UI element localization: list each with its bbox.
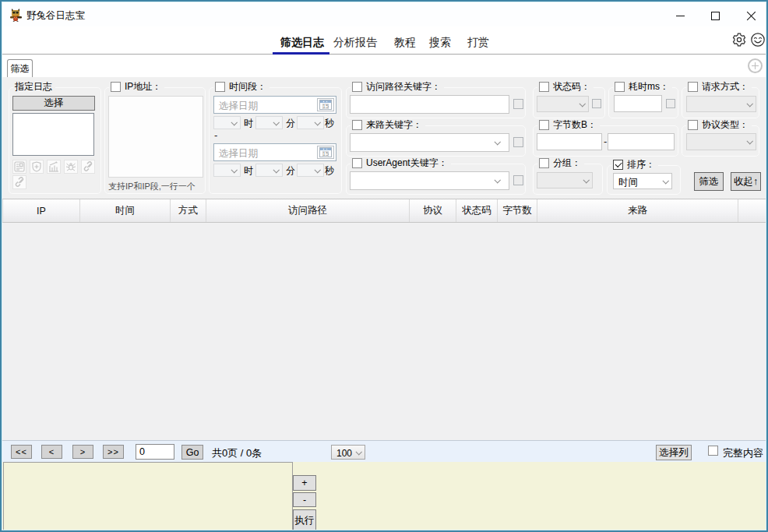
prev-page-button[interactable]: < xyxy=(41,445,62,459)
select-columns-label: 选择列 xyxy=(659,446,689,460)
go-button[interactable]: Go xyxy=(181,445,203,460)
execute-button[interactable]: 执行 xyxy=(293,509,316,531)
start-second-label: 秒 xyxy=(325,118,334,129)
path-keyword-input[interactable] xyxy=(350,95,509,114)
grouping-checkbox[interactable] xyxy=(539,158,549,168)
column-header-time[interactable]: 时间 xyxy=(80,199,171,222)
column-header-method[interactable]: 方式 xyxy=(171,199,206,222)
group-referer-keyword: 来路关键字： xyxy=(346,125,526,157)
chevron-down-icon xyxy=(494,177,500,183)
link2-icon[interactable] xyxy=(12,175,26,189)
start-hour-select[interactable] xyxy=(213,116,241,129)
column-header-path[interactable]: 访问路径 xyxy=(206,199,410,222)
request-method-combo[interactable] xyxy=(686,96,756,112)
column-header-status[interactable]: 状态码 xyxy=(456,199,498,222)
filter-page-tab[interactable]: 筛选 xyxy=(7,59,33,77)
column-header-protocol[interactable]: 协议 xyxy=(410,199,456,222)
end-second-select[interactable] xyxy=(297,164,324,177)
minimize-button[interactable] xyxy=(668,6,692,25)
start-second-select[interactable] xyxy=(297,116,324,129)
ip-checkbox[interactable] xyxy=(111,82,121,92)
elapsed-ms-input[interactable] xyxy=(614,95,662,112)
referer-keyword-label: 来路关键字： xyxy=(366,119,422,130)
chart-icon[interactable] xyxy=(47,160,61,174)
grid-body[interactable] xyxy=(2,223,766,440)
spider-icon[interactable] xyxy=(64,160,78,174)
useragent-keyword-option-checkbox[interactable] xyxy=(513,175,523,185)
shield-plus-icon[interactable] xyxy=(30,160,44,174)
select-log-button[interactable]: 选择 xyxy=(12,96,95,111)
nav-tabbar: 筛选日志 分析报告 教程 搜索 打赏 xyxy=(2,26,766,55)
group-bytes: 字节数B： - xyxy=(533,125,678,157)
ip-label: IP地址： xyxy=(125,81,161,92)
start-minute-select[interactable] xyxy=(255,116,283,129)
sort-checkbox[interactable] xyxy=(613,160,623,170)
start-hour-label: 时 xyxy=(244,118,253,129)
end-hour-select[interactable] xyxy=(213,164,241,177)
sort-combo[interactable]: 时间 xyxy=(613,173,672,189)
filter-button[interactable]: 筛选 xyxy=(694,172,724,191)
column-header-bytes[interactable]: 字节数 xyxy=(498,199,537,222)
ip-textarea[interactable] xyxy=(108,96,203,178)
bytes-min-input[interactable] xyxy=(537,133,602,150)
last-page-button[interactable]: >> xyxy=(103,445,124,459)
maximize-button[interactable] xyxy=(703,6,727,25)
bytes-separator: - xyxy=(604,136,607,147)
status-code-checkbox[interactable] xyxy=(539,82,549,92)
start-date-input[interactable]: 选择日期 15 xyxy=(213,96,336,114)
useragent-keyword-checkbox[interactable] xyxy=(352,158,362,168)
end-date-calendar-icon[interactable]: 15 xyxy=(317,146,334,159)
bytes-max-input[interactable] xyxy=(608,133,675,150)
path-keyword-label: 访问路径关键字： xyxy=(366,81,441,92)
tab-tutorial[interactable]: 教程 xyxy=(394,34,416,50)
request-method-checkbox[interactable] xyxy=(688,82,698,92)
select-columns-button[interactable]: 选择列 xyxy=(656,445,692,460)
referer-keyword-combo[interactable] xyxy=(350,133,509,152)
add-tab-icon[interactable] xyxy=(748,58,763,73)
useragent-keyword-combo[interactable] xyxy=(350,171,509,190)
chevron-down-icon xyxy=(355,449,361,455)
first-page-button[interactable]: << xyxy=(11,445,32,459)
minus-button-label: - xyxy=(303,495,306,506)
column-header-referer[interactable]: 来路 xyxy=(537,199,738,222)
elapsed-ms-option-checkbox[interactable] xyxy=(666,99,675,108)
referer-keyword-option-checkbox[interactable] xyxy=(513,137,523,147)
settings-gear-icon[interactable] xyxy=(731,32,747,48)
bytes-checkbox[interactable] xyxy=(539,120,549,130)
tab-filter-log[interactable]: 筛选日志 xyxy=(280,34,324,50)
referer-keyword-checkbox[interactable] xyxy=(352,120,362,130)
collapse-button[interactable]: 收起↑ xyxy=(731,172,761,191)
chevron-down-icon xyxy=(746,138,752,144)
minus-button[interactable]: - xyxy=(293,492,316,507)
status-code-combo[interactable] xyxy=(537,96,589,112)
log-form-icon[interactable] xyxy=(12,160,26,174)
grouping-combo[interactable] xyxy=(537,172,593,188)
time-range-checkbox[interactable] xyxy=(215,82,225,92)
next-page-button[interactable]: > xyxy=(72,445,93,459)
page-number-input[interactable] xyxy=(136,444,174,460)
chevron-down-icon xyxy=(579,100,585,107)
bottom-list-box[interactable] xyxy=(3,462,293,532)
log-list[interactable] xyxy=(12,113,94,156)
end-date-input[interactable]: 选择日期 15 xyxy=(213,143,336,161)
protocol-combo[interactable] xyxy=(686,133,756,150)
tab-donate[interactable]: 打赏 xyxy=(467,34,489,50)
column-header-ip[interactable]: IP xyxy=(3,199,80,222)
protocol-checkbox[interactable] xyxy=(688,120,698,130)
path-keyword-option-checkbox[interactable] xyxy=(513,99,523,109)
bottom-panel: + - 执行 xyxy=(2,462,766,532)
page-size-combo[interactable]: 100 xyxy=(331,445,365,460)
full-content-checkbox[interactable] xyxy=(708,446,718,456)
plus-button[interactable]: + xyxy=(293,475,316,491)
smiley-icon[interactable] xyxy=(750,32,766,48)
path-keyword-checkbox[interactable] xyxy=(352,82,362,92)
start-date-calendar-icon[interactable]: 15 xyxy=(317,98,334,111)
close-button[interactable] xyxy=(738,6,763,25)
end-minute-select[interactable] xyxy=(255,164,283,177)
link-icon[interactable] xyxy=(81,160,95,174)
tab-analysis-report[interactable]: 分析报告 xyxy=(333,34,377,50)
status-code-option-checkbox[interactable] xyxy=(592,99,601,108)
tab-search[interactable]: 搜索 xyxy=(429,34,451,50)
request-method-label: 请求方式： xyxy=(702,81,749,92)
elapsed-ms-checkbox[interactable] xyxy=(615,82,625,92)
